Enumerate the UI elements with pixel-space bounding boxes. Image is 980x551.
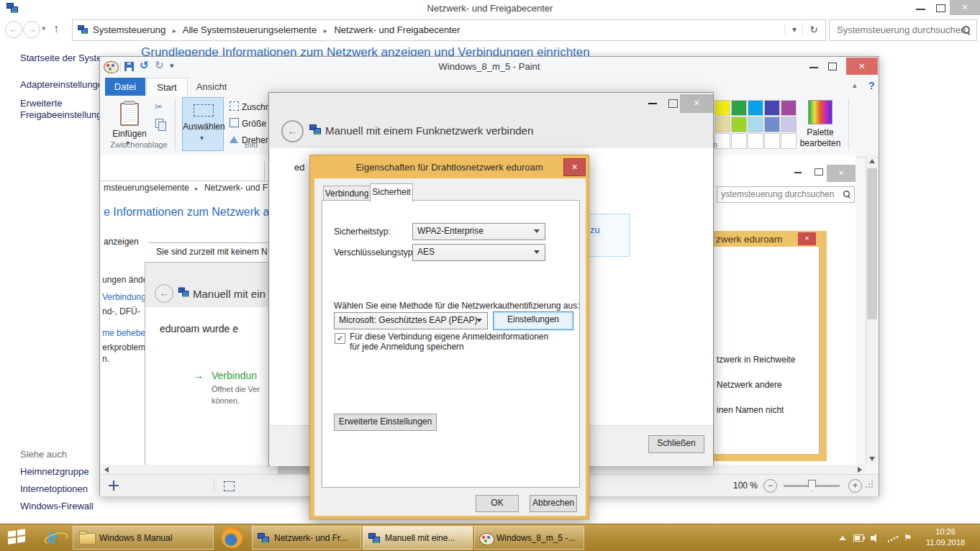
wizard-back-button[interactable]: ← [281,120,304,142]
color-swatch[interactable] [781,100,797,116]
address-dropdown-icon[interactable]: ▾ [784,24,797,35]
color-swatch[interactable] [731,100,747,116]
network-signal-icon[interactable] [888,534,898,542]
canvas-left-fragment: ungen ände [102,275,148,285]
help-icon[interactable]: ? [868,80,875,91]
color-swatch[interactable] [764,117,780,132]
close-icon: × [804,234,809,242]
clock[interactable]: 10:26 11.09.2018 [920,527,971,550]
flag-icon[interactable]: ⚑ [904,532,912,543]
start-button[interactable] [0,524,35,551]
wizard-close-button[interactable]: × [680,94,713,113]
paint-maximize-button[interactable] [828,63,837,70]
paste-label: Einfügen [109,129,150,139]
color-swatch[interactable] [781,117,797,132]
color-swatch-empty[interactable] [764,133,780,149]
color-swatch-empty[interactable] [748,133,763,149]
taskbar-item-explorer[interactable]: Windows 8 Manual [73,526,214,550]
zoom-in-button[interactable]: + [848,479,862,493]
cancel-button[interactable]: Abbrechen [530,495,577,512]
restore-button[interactable] [936,4,945,12]
color-swatch-empty[interactable] [731,133,747,149]
sidebar-item-advanced-sharing[interactable]: Erweiterte [20,98,63,109]
wizard-minimize-button[interactable] [648,103,657,104]
remember-credentials-checkbox[interactable]: ✓ [335,333,345,344]
search-icon[interactable] [961,25,971,35]
cut-icon[interactable]: ✂ [155,101,163,112]
taskbar-item-network-center[interactable]: Netzwerk- und Fr... [252,526,361,550]
breadcrumb-item[interactable]: Alle Systemsteuerungselemente [183,24,317,35]
sidebar-item-homegroup[interactable]: Heimnetzgruppe [20,466,89,477]
color-swatch[interactable] [748,117,763,132]
sidebar-item-internet-options[interactable]: Internetoptionen [20,483,88,494]
breadcrumb-item[interactable]: Systemsteuerung [93,24,165,35]
taskbar-item-wizard[interactable]: Manuell mit eine... [363,526,473,550]
canvas-window-border-v [264,161,265,181]
close-icon: × [859,60,866,72]
tab-ansicht[interactable]: Ansicht [189,78,234,96]
nav-dropdown-icon[interactable]: ▾ [42,24,46,33]
sidebar-item-home[interactable]: Startseite der System [20,53,109,63]
paste-icon [120,103,139,126]
paint-close-button[interactable]: × [846,58,878,75]
encryption-type-select[interactable]: AES [412,244,545,261]
select-button[interactable]: Auswählen ▾ [182,97,224,151]
wizard-close-action-button[interactable]: Schließen [648,435,704,453]
scroll-left-icon[interactable] [104,467,109,473]
sidebar-item-windows-firewall[interactable]: Windows-Firewall [20,501,94,511]
color-swatch[interactable] [714,100,730,116]
zoom-out-button[interactable]: − [763,479,777,493]
resize-grip[interactable] [871,481,873,482]
wizard-maximize-button[interactable] [668,99,678,108]
dialog-close-button[interactable]: × [563,158,586,176]
taskbar-item-ie[interactable]: e [37,524,72,551]
canvas-eduroam-dialog: zwerk eduroam × tzwerk in Reichweite Net… [712,231,827,461]
minimize-button[interactable] [916,9,925,10]
sidebar-item-advanced-sharing-2[interactable]: Freigabeeinstellunge [20,109,107,120]
settings-button[interactable]: Einstellungen [493,311,573,330]
battery-icon[interactable] [853,534,863,542]
breadcrumb-item[interactable]: Netzwerk- und Freigabecenter [334,24,460,35]
color-swatch-empty[interactable] [781,133,797,149]
taskbar-item-paint[interactable]: Windows_8_m_5 -... [474,526,584,550]
clock-time: 10:26 [920,527,971,537]
up-button[interactable]: ↑ [53,22,59,35]
search-box[interactable]: Systemsteuerung durchsuchen [829,19,977,41]
scroll-right-icon[interactable] [858,467,862,473]
color-palette[interactable] [714,100,801,150]
refresh-icon[interactable]: ↻ [802,24,818,35]
vertical-scrollbar[interactable] [866,155,878,465]
scroll-up-icon[interactable] [869,159,875,163]
wizard-link-fragment[interactable]: zu [590,224,600,235]
back-button[interactable]: ← [5,21,22,38]
color-swatch[interactable] [731,117,747,132]
tab-datei[interactable]: Datei [105,78,145,96]
close-button[interactable]: × [950,0,980,15]
select-dropdown-icon: ▾ [200,134,204,142]
tab-sicherheit[interactable]: Sicherheit [370,183,413,202]
edit-palette-button[interactable]: Palette bearbeiten [795,97,845,150]
zoom-slider-handle[interactable] [808,480,816,491]
ribbon-collapse-icon[interactable]: ▴ [853,81,857,90]
advanced-settings-button[interactable]: Erweiterte Einstellungen [334,414,437,431]
canvas-connect-fragment: Verbindun [212,370,257,381]
color-swatch[interactable] [764,100,780,116]
color-swatch[interactable] [714,117,730,132]
sidebar-item-adapter[interactable]: Adaptereinstellunge [20,79,103,90]
tab-verbindung[interactable]: Verbindung [323,186,371,201]
tray-expand-icon[interactable] [839,536,846,540]
address-bar[interactable]: Systemsteuerung ▸ Alle Systemsteuerungse… [72,19,826,41]
forward-button[interactable]: → [23,21,40,38]
scroll-down-icon[interactable] [869,457,875,461]
color-swatch[interactable] [748,100,763,116]
auth-method-select[interactable]: Microsoft: Geschütztes EAP (PEAP) [334,312,488,329]
tab-start[interactable]: Start [146,78,188,96]
wizard-change-settings-box[interactable]: zu [585,214,630,257]
security-type-select[interactable]: WPA2-Enterprise [412,223,545,240]
speaker-icon[interactable] [871,534,881,542]
copy-icon[interactable] [155,119,163,128]
taskbar-item-firefox[interactable] [214,524,250,551]
paint-minimize-button[interactable] [809,67,818,68]
vertical-scroll-thumb[interactable] [867,168,877,319]
ok-button[interactable]: OK [476,495,519,512]
